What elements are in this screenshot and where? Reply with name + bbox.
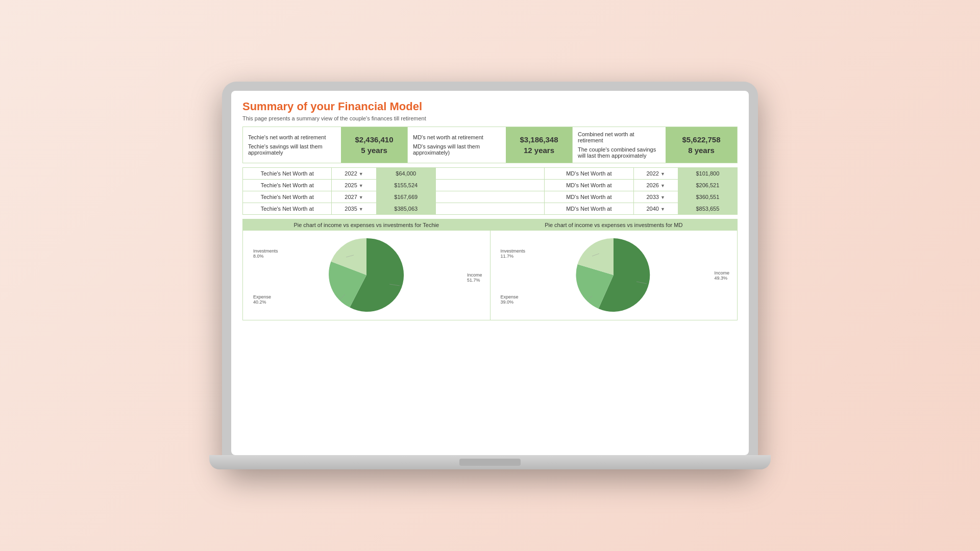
md-income-pct: 49.3%: [714, 276, 729, 281]
page-title: Summary of your Financial Model: [242, 100, 738, 113]
pie-charts-section: Pie chart of income vs expenses vs inves…: [242, 219, 738, 320]
md-row-value: $853,655: [678, 203, 737, 215]
combined-savings-label: The couple's combined savings will last …: [578, 146, 660, 159]
md-card-label: MD's net worth at retirement MD's saving…: [408, 127, 506, 163]
md-pie-chart: Pie chart of income vs expenses vs inves…: [491, 219, 738, 320]
combined-card-label: Combined net worth at retirement The cou…: [573, 127, 666, 163]
table-divider: [435, 191, 544, 203]
techie-expense-label: Expense 40.2%: [253, 294, 271, 305]
md-row-year[interactable]: 2022 ▼: [633, 168, 678, 180]
md-row-year[interactable]: 2026 ▼: [633, 180, 678, 191]
md-row-label: MD's Net Worth at: [545, 168, 633, 180]
md-pie-content: Investments 11.7% Expense 39.0%: [491, 231, 738, 320]
table-row: Techie's Net Worth at 2022 ▼ $64,000 MD'…: [243, 168, 738, 180]
techie-row-year[interactable]: 2027 ▼: [332, 191, 376, 203]
techie-row-value: $64,000: [376, 168, 435, 180]
techie-expense-name: Expense: [253, 294, 271, 299]
trackpad: [459, 459, 521, 466]
summary-row: Techie's net worth at retirement Techie'…: [242, 127, 738, 163]
md-pie-title: Pie chart of income vs expenses vs inves…: [491, 219, 738, 231]
techie-row-value: $385,063: [376, 203, 435, 215]
md-investments-name: Investments: [501, 248, 526, 254]
md-expense-name: Expense: [501, 294, 519, 299]
techie-row-label: Techie's Net Worth at: [243, 180, 332, 191]
md-investments-label: Investments 11.7%: [501, 248, 526, 259]
techie-row-label: Techie's Net Worth at: [243, 191, 332, 203]
techie-income-name: Income: [467, 272, 482, 278]
techie-income-label: Income 51.7%: [467, 272, 482, 283]
md-summary-card: MD's net worth at retirement MD's saving…: [408, 127, 573, 163]
md-pie-svg: [573, 236, 654, 315]
techie-row-label: Techie's Net Worth at: [243, 168, 332, 180]
table-divider: [435, 203, 544, 215]
md-row-label: MD's Net Worth at: [545, 191, 633, 203]
md-row-value: $206,521: [678, 180, 737, 191]
techie-summary-card: Techie's net worth at retirement Techie'…: [243, 127, 408, 163]
table-row: Techie's Net Worth at 2027 ▼ $167,669 MD…: [243, 191, 738, 203]
table-divider: [435, 180, 544, 191]
techie-row-label: Techie's Net Worth at: [243, 203, 332, 215]
md-years-value: 12 years: [524, 146, 554, 155]
md-row-label: MD's Net Worth at: [545, 180, 633, 191]
table-divider: [435, 168, 544, 180]
techie-card-value: $2,436,410 5 years: [341, 127, 407, 163]
md-row-label: MD's Net Worth at: [545, 203, 633, 215]
table-row: Techie's Net Worth at 2025 ▼ $155,524 MD…: [243, 180, 738, 191]
md-expense-label: Expense 39.0%: [501, 294, 519, 305]
techie-row-value: $167,669: [376, 191, 435, 203]
md-row-year[interactable]: 2040 ▼: [633, 203, 678, 215]
md-row-value: $101,800: [678, 168, 737, 180]
net-worth-table: Techie's Net Worth at 2022 ▼ $64,000 MD'…: [242, 167, 738, 215]
techie-pie-title: Pie chart of income vs expenses vs inves…: [243, 219, 490, 231]
techie-row-year[interactable]: 2025 ▼: [332, 180, 376, 191]
laptop-frame: Summary of your Financial Model This pag…: [222, 82, 758, 469]
techie-pie-chart: Pie chart of income vs expenses vs inves…: [242, 219, 491, 320]
techie-years-value: 5 years: [361, 146, 387, 155]
combined-summary-card: Combined net worth at retirement The cou…: [573, 127, 737, 163]
techie-expense-pct: 40.2%: [253, 299, 271, 305]
techie-card-label: Techie's net worth at retirement Techie'…: [243, 127, 341, 163]
techie-investments-name: Investments: [253, 248, 278, 254]
techie-investments-pct: 8.0%: [253, 254, 278, 259]
laptop-base: [209, 455, 771, 469]
techie-row-value: $155,524: [376, 180, 435, 191]
md-net-worth-value: $3,186,348: [520, 135, 558, 144]
screen: Summary of your Financial Model This pag…: [231, 91, 749, 455]
techie-investments-label: Investments 8.0%: [253, 248, 278, 259]
page-subtitle: This page presents a summary view of the…: [242, 115, 738, 121]
md-investments-pct: 11.7%: [501, 254, 526, 259]
md-income-label: Income 49.3%: [714, 270, 729, 281]
md-income-name: Income: [714, 270, 729, 276]
content-area: Summary of your Financial Model This pag…: [231, 91, 749, 330]
md-net-worth-label: MD's net worth at retirement: [413, 134, 501, 140]
techie-row-year[interactable]: 2035 ▼: [332, 203, 376, 215]
combined-net-worth-label: Combined net worth at retirement: [578, 131, 660, 143]
md-savings-label: MD's savings will last them approximatel…: [413, 143, 501, 156]
table-row: Techie's Net Worth at 2035 ▼ $385,063 MD…: [243, 203, 738, 215]
md-row-year[interactable]: 2033 ▼: [633, 191, 678, 203]
md-expense-pct: 39.0%: [501, 299, 519, 305]
techie-income-pct: 51.7%: [467, 278, 482, 283]
techie-pie-svg: [326, 236, 407, 315]
md-card-value: $3,186,348 12 years: [506, 127, 572, 163]
md-row-value: $360,551: [678, 191, 737, 203]
techie-pie-content: Investments 8.0% Expense 40.2%: [243, 231, 490, 320]
techie-row-year[interactable]: 2022 ▼: [332, 168, 376, 180]
combined-years-value: 8 years: [688, 146, 715, 155]
techie-net-worth-value: $2,436,410: [355, 135, 393, 144]
techie-net-worth-label: Techie's net worth at retirement: [248, 134, 336, 140]
combined-net-worth-value: $5,622,758: [682, 135, 720, 144]
combined-card-value: $5,622,758 8 years: [666, 127, 737, 163]
techie-savings-label: Techie's savings will last them approxim…: [248, 143, 336, 156]
